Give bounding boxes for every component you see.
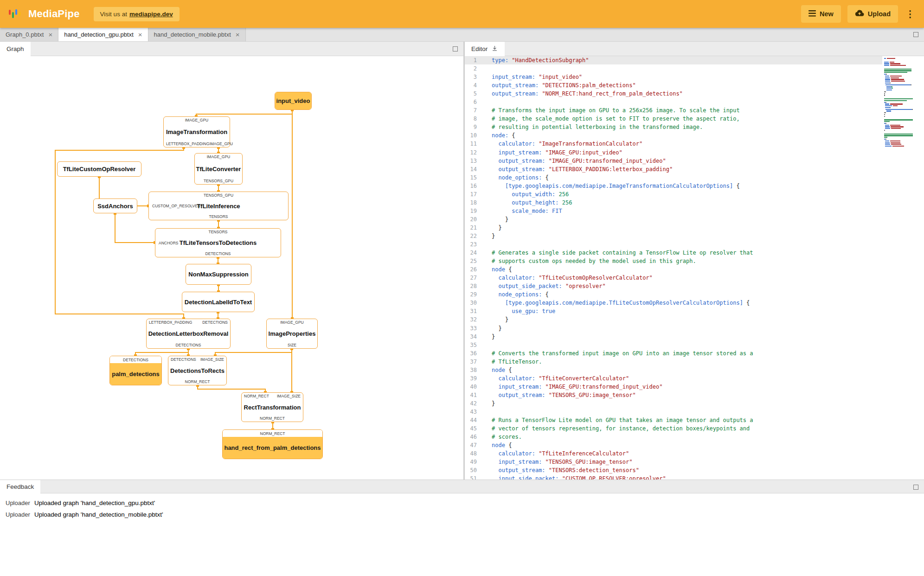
mediapipe-dev-link[interactable]: mediapipe.dev [129,11,173,18]
minimap-line [884,121,920,122]
code-text: } [492,333,495,341]
code-token: node [492,367,505,373]
upload-menu-kebab-icon[interactable]: ⋮ [905,9,916,19]
line-number: 43 [465,408,484,416]
code-token: true [539,308,555,314]
code-token: } [492,325,502,332]
minimap-token [890,83,891,83]
graph-canvas[interactable]: input_videoIMAGE_GPUImageTransformationL… [0,56,463,480]
minimap-token [884,121,890,122]
code-token: node [492,266,505,273]
graph-edge [196,110,292,116]
graph-popout-icon[interactable] [453,46,458,51]
minimap-line [884,70,920,71]
download-icon[interactable] [491,45,498,53]
graph-node-input_video[interactable]: input_video [275,92,312,110]
code-text: # TfLiteTensor. [492,358,542,366]
stream-node-body: palm_detections [110,363,161,385]
node-title: NonMaxSuppression [188,271,248,278]
code-token: calculator: [498,375,535,382]
code-editor[interactable]: 1type: "HandDetectionSubgraph"23input_st… [465,56,924,480]
minimap-line [884,88,920,89]
code-text: node { [492,265,512,274]
line-number: 13 [465,157,484,165]
port-label: DETECTIONS [202,320,228,325]
node-title: SsdAnchors [97,203,133,210]
node-title: DetectionLetterboxRemoval [148,330,229,337]
graph-node-non_max_suppression[interactable]: NonMaxSuppression [186,264,251,285]
code-token: use_gpu: [512,308,539,314]
graph-node-detection_label_id_to_text[interactable]: DetectionLabelIdToText [182,292,255,312]
code-line: 34} [465,333,882,341]
code-text: node: { [492,131,515,140]
code-token: "ImageTransformationCalculator" [539,141,642,147]
editor-minimap[interactable] [884,58,920,147]
graph-edge [198,385,265,392]
code-token: node: [492,132,508,139]
line-number: 11 [465,140,484,148]
minimap-line [884,141,920,141]
minimap-token [886,88,892,89]
code-token [492,199,512,206]
graph-node-palm_detections[interactable]: DETECTIONSpalm_detections [109,356,162,385]
code-token: "IMAGE_GPU:input_video" [545,149,622,156]
code-token [545,392,549,398]
code-token [562,283,565,289]
close-tab-icon[interactable]: × [236,31,240,38]
graph-node-tflite_inference[interactable]: TENSORS_GPUCUSTOM_OP_RESOLVERTfLiteInfer… [148,192,289,220]
node-title-row: ImageProperties [267,325,317,343]
tab-editor[interactable]: Editor [465,42,505,56]
top-bar: MediaPipe Visit us at mediapipe.dev New … [0,0,924,28]
code-token: output_stream: [498,467,545,474]
graph-node-tflite_converter[interactable]: IMAGE_GPUTfLiteConverterTENSORS_GPU [194,153,243,185]
minimap-token [886,139,886,140]
code-lines: 1type: "HandDetectionSubgraph"23input_st… [465,56,882,480]
close-tab-icon[interactable]: × [138,31,142,38]
minimap-line [884,84,920,85]
graph-node-detections_to_rects[interactable]: DETECTIONSIMAGE_SIZEDetectionsToRectsNOR… [168,356,227,385]
node-title-row: CUSTOM_OP_RESOLVERTfLiteInference [149,198,288,214]
minimap-token [892,88,893,89]
tab-feedback[interactable]: Feedback [0,480,40,493]
editor-popout-icon[interactable] [913,32,918,37]
code-text: calculator: "TfLiteCustomOpResolverCalcu… [492,274,653,282]
code-text: node_options: { [492,173,549,182]
code-token: output_side_packet: [498,283,562,289]
minimap-line [884,128,920,129]
port-row-top: DETECTIONSIMAGE_SIZE [168,356,226,362]
minimap-line [884,79,920,80]
node-title: DetectionLabelIdToText [185,299,252,306]
graph-node-detection_letterbox_removal[interactable]: LETTERBOX_PADDINGDETECTIONSDetectionLett… [146,319,231,349]
upload-button[interactable]: Upload [847,5,898,23]
graph-node-ssd_anchors[interactable]: SsdAnchors [93,198,137,213]
minimap-line [884,86,920,87]
line-number: 47 [465,441,484,449]
code-token: } [492,224,502,231]
file-tab-graph-0-pbtxt[interactable]: Graph_0.pbtxt× [0,28,58,41]
tab-graph[interactable]: Graph [0,42,31,56]
code-token: # image, the scale_mode option is set to… [492,115,740,122]
graph-node-hand_rect_from_palm_detections[interactable]: NORM_RECThand_rect_from_palm_detections [222,429,323,459]
minimap-token [891,79,904,80]
code-token: "IMAGE_GPU:transformed_input_video" [545,384,663,390]
code-text: input_stream: "IMAGE_GPU:input_video" [492,148,622,157]
graph-node-image_properties[interactable]: IMAGE_GPUImagePropertiesSIZE [266,319,318,349]
file-tab-hand-detection-mobile-pbtxt[interactable]: hand_detection_mobile.pbtxt× [148,28,246,41]
close-tab-icon[interactable]: × [48,31,52,38]
code-token: input_side_packet: [498,475,558,480]
code-line: 9# resulting in potential letterboxing i… [465,123,882,131]
file-tab-hand-detection-gpu-pbtxt[interactable]: hand_detection_gpu.pbtxt× [58,28,148,41]
code-text: } [492,224,502,232]
port-label: LETTERBOX_PADDING [166,141,209,146]
minimap-token [885,76,889,77]
new-button[interactable]: New [801,5,841,23]
feedback-popout-icon[interactable] [913,485,918,490]
graph-node-tflite_tensors_to_detections[interactable]: TENSORSANCHORSTfLiteTensorsToDetectionsD… [155,228,281,257]
graph-node-image_transformation[interactable]: IMAGE_GPUImageTransformationLETTERBOX_PA… [163,116,230,147]
code-token: output_stream: [498,158,545,164]
code-token [492,392,498,398]
graph-node-rect_transformation[interactable]: NORM_RECTIMAGE_SIZERectTransformationNOR… [241,392,303,422]
minimap-line [884,146,920,147]
graph-node-tflite_custom_op_resolver[interactable]: TfLiteCustomOpResolver [57,161,141,177]
minimap-line [884,114,920,115]
